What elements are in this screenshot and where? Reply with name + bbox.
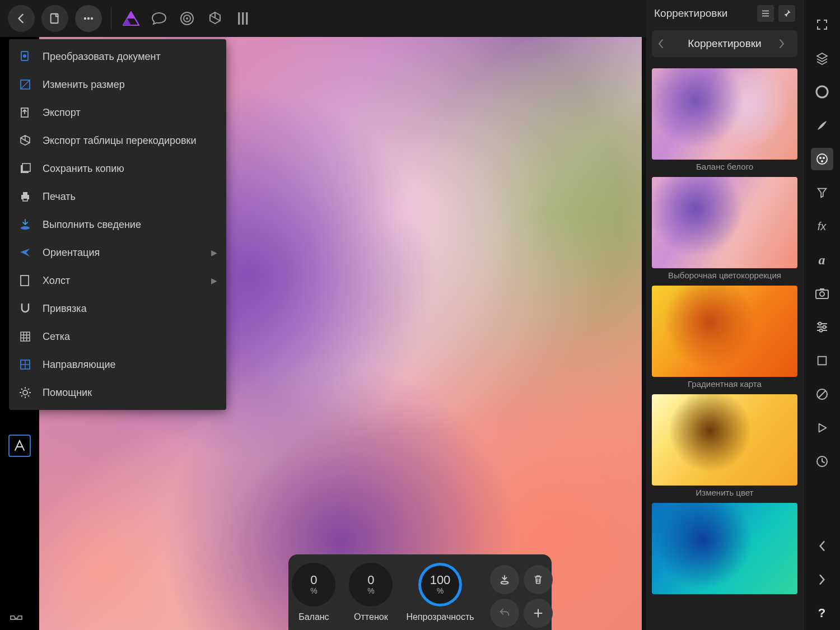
merge-down-button[interactable] [490,565,519,594]
bottom-left-indicator[interactable] [9,609,24,621]
svg-point-26 [819,157,822,159]
dial-balance[interactable]: 0% Баланс [292,563,335,622]
ellipsis-icon [82,12,95,25]
sliders-icon [815,321,829,333]
persona-export-button[interactable] [229,4,257,32]
add-preset-button[interactable] [524,599,553,628]
camera-icon [815,287,829,300]
preset-next[interactable] [652,503,797,594]
studio-brushes-button[interactable] [811,114,833,137]
tool-artistic-text[interactable] [8,435,31,457]
svg-point-34 [819,329,822,332]
preset-recolor[interactable]: Изменить цвет [652,394,797,497]
back-button[interactable] [8,5,35,32]
menu-item-label: Преобразовать документ [43,51,161,63]
studio-prev-button[interactable] [811,535,833,557]
text-a-icon [13,439,26,452]
studio-color-button[interactable] [811,81,833,103]
trash-icon [533,573,544,586]
menu-item-label: Сохранить копию [43,163,124,175]
menu-resize[interactable]: Изменить размер [9,71,226,99]
dock-action-buttons [488,563,555,630]
menu-item-label: Выполнить сведение [43,219,141,231]
nav-prev-button[interactable] [657,39,671,49]
studio-navigator-button[interactable] [811,383,833,405]
preset-list[interactable]: Баланс белого Выборочная цветокоррекция … [646,66,803,630]
menu-item-label: Направляющие [43,359,116,371]
affinity-logo-icon [123,11,139,26]
arrow-left-icon [15,12,27,25]
panel-header: Корректировки [646,0,803,27]
svg-rect-17 [23,192,27,195]
menu-print[interactable]: Печать [9,183,226,211]
slices-icon [237,11,249,26]
menu-convert-document[interactable]: Преобразовать документ [9,43,226,71]
svg-rect-31 [820,288,824,291]
adjustment-dock: 0% Баланс 0% Оттенок 100% Непрозрачность [288,554,552,630]
gear-icon [18,385,32,400]
menu-save-copy[interactable]: Сохранить копию [9,155,226,183]
preset-white-balance[interactable]: Баланс белого [652,68,797,171]
menu-export[interactable]: Экспорт [9,99,226,127]
menu-item-label: Экспорт таблицы перекодировки [43,135,197,147]
svg-rect-8 [242,12,244,25]
pin-icon [782,8,792,18]
svg-point-23 [501,581,508,584]
menu-guides[interactable]: Направляющие [9,351,226,379]
help-button[interactable]: ? [811,602,833,624]
menu-grid[interactable]: Сетка [9,323,226,351]
menu-item-label: Привязка [43,303,87,315]
studio-history-button[interactable] [811,450,833,473]
svg-rect-7 [238,12,240,25]
svg-point-32 [818,323,821,325]
magnet-icon [18,301,32,316]
studio-fullscreen-button[interactable] [811,13,833,36]
spiral-icon [179,11,195,26]
persona-develop-button[interactable] [173,4,201,32]
menu-snapping[interactable]: Привязка [9,295,226,323]
preset-selective-color[interactable]: Выборочная цветокоррекция [652,177,797,280]
dial-label: Непрозрачность [406,612,474,622]
studio-text-button[interactable]: a [811,249,833,271]
preset-gradient-map[interactable]: Градиентная карта [652,286,797,389]
chevron-left-icon [818,540,826,552]
dial-tint[interactable]: 0% Оттенок [349,563,393,622]
nav-next-button[interactable] [778,39,792,49]
persona-photo-button[interactable] [117,4,145,32]
panel-category-nav: Корректировки [652,30,797,57]
more-button[interactable] [75,5,102,32]
dial-opacity[interactable]: 100% Непрозрачность [406,563,474,622]
persona-liquify-button[interactable] [145,4,173,32]
menu-flatten[interactable]: Выполнить сведение [9,211,226,239]
studio-macro-button[interactable] [811,417,833,439]
cube-icon [18,133,32,148]
studio-crop-button[interactable] [811,349,833,372]
studio-stock-button[interactable] [811,282,833,305]
studio-fx-button[interactable]: fx [811,215,833,237]
dial-value: 100 [430,574,451,586]
document-icon [49,12,61,25]
studio-next-button[interactable] [811,568,833,591]
svg-point-19 [21,226,30,230]
studio-adjustments-button[interactable] [811,148,833,170]
menu-canvas[interactable]: Холст ▶ [9,267,226,295]
persona-tonemap-button[interactable] [201,4,229,32]
speech-bubble-icon [151,12,167,25]
delete-button[interactable] [524,565,553,594]
studio-sliders-button[interactable] [811,316,833,338]
studio-layers-button[interactable] [811,47,833,69]
preset-thumbnail [652,177,797,268]
panel-pin-button[interactable] [778,5,795,22]
menu-export-lut[interactable]: Экспорт таблицы перекодировки [9,127,226,155]
panel-list-button[interactable] [757,5,774,22]
menu-item-label: Ориентация [43,247,100,259]
svg-rect-18 [23,198,27,201]
menu-orientation[interactable]: Ориентация ▶ [9,239,226,267]
layers-icon [815,52,829,65]
menu-assistant[interactable]: Помощник [9,379,226,407]
svg-point-28 [821,160,823,162]
reset-button[interactable] [490,599,519,628]
chevron-right-icon [818,574,826,585]
document-menu-button[interactable] [41,5,68,32]
studio-filters-button[interactable] [811,181,833,204]
